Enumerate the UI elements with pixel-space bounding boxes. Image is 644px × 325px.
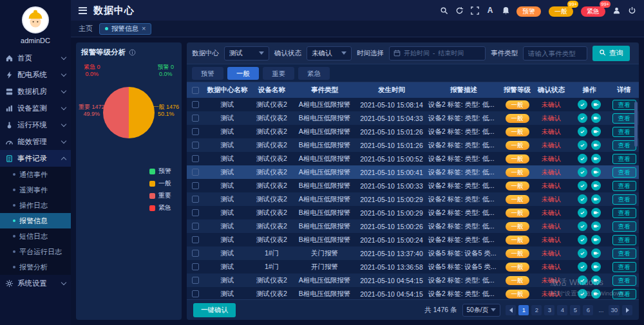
menu-toggle-icon[interactable]: [79, 7, 87, 14]
table-row[interactable]: 测试测试仪表2B相电压低限报警2021-05-10 15:00:24设备2 标签…: [187, 233, 639, 246]
fullscreen-icon[interactable]: [470, 6, 479, 15]
warning-alarm-badge[interactable]: 预警: [516, 5, 541, 17]
row-checkbox[interactable]: [192, 196, 199, 203]
sidebar-item-communication-events[interactable]: 通信事件: [0, 167, 71, 182]
page-4[interactable]: 4: [557, 305, 567, 315]
sidebar-item-platform-run-log[interactable]: 平台运行日志: [0, 244, 71, 259]
row-checkbox[interactable]: [192, 263, 199, 270]
sidebar-item-power-distribution[interactable]: 配电系统: [0, 66, 71, 83]
sidebar-item-system-settings[interactable]: 系统设置: [0, 275, 71, 292]
camera-icon-button[interactable]: [591, 100, 601, 109]
row-checkbox[interactable]: [192, 223, 199, 230]
view-button[interactable]: 查看: [612, 140, 636, 151]
table-row[interactable]: 测试测试仪表2B相电压低限报警2021-05-10 15:01:26设备2 标签…: [187, 138, 639, 152]
view-button[interactable]: 查看: [612, 100, 636, 110]
table-row[interactable]: 测试1#门开门报警2021-05-10 13:36:58设备5 标签: 设备5 …: [187, 260, 639, 274]
sidebar-item-event-records[interactable]: 事件记录: [0, 150, 71, 167]
row-checkbox[interactable]: [192, 209, 199, 216]
font-size-icon[interactable]: A: [486, 6, 495, 15]
row-checkbox[interactable]: [192, 128, 199, 135]
refresh-icon[interactable]: [455, 6, 464, 15]
table-row[interactable]: 测试测试仪表2A相电压低限报警2021-05-10 15:00:41设备2 标签…: [187, 165, 639, 179]
row-checkbox[interactable]: [192, 277, 199, 284]
view-button[interactable]: 查看: [612, 194, 636, 205]
page-3[interactable]: 3: [544, 305, 554, 315]
row-checkbox[interactable]: [192, 115, 199, 122]
sidebar-item-alarm-analysis[interactable]: 报警分析: [0, 259, 71, 275]
table-row[interactable]: 测试1#门关门报警2021-05-10 13:37:40设备5 标签: 设备5 …: [187, 246, 639, 260]
page-1[interactable]: 1: [518, 305, 529, 315]
table-row[interactable]: 测试测试仪表2B相电压低限报警2021-05-10 15:04:33设备2 标签…: [187, 111, 639, 125]
tab-一般[interactable]: 一般: [227, 67, 259, 80]
camera-icon-button[interactable]: [591, 181, 601, 190]
table-row[interactable]: 测试测试仪表2B相电压低限报警2021-05-10 15:00:29设备2 标签…: [187, 206, 639, 219]
logout-icon[interactable]: [627, 6, 636, 15]
view-button[interactable]: 查看: [612, 275, 636, 286]
confirm-icon-button[interactable]: [578, 221, 587, 231]
camera-icon-button[interactable]: [591, 275, 601, 285]
view-button[interactable]: 查看: [612, 221, 636, 232]
row-checkbox[interactable]: [192, 236, 199, 243]
sidebar-item-home[interactable]: 首页: [0, 50, 71, 66]
select-all-checkbox[interactable]: [192, 87, 199, 94]
camera-icon-button[interactable]: [591, 140, 601, 150]
general-alarm-badge[interactable]: 一般99+: [549, 5, 573, 17]
row-checkbox[interactable]: [192, 290, 199, 297]
confirm-icon-button[interactable]: [578, 154, 587, 163]
table-row[interactable]: 测试测试仪表2A相电压低限报警2021-05-10 15:00:29设备2 标签…: [187, 192, 639, 206]
confirm-icon-button[interactable]: [578, 127, 587, 136]
row-checkbox[interactable]: [192, 142, 199, 149]
confirm-icon-button[interactable]: [578, 262, 587, 272]
breadcrumb-home[interactable]: 主页: [79, 24, 93, 33]
page-5[interactable]: 5: [570, 305, 580, 315]
camera-icon-button[interactable]: [591, 127, 601, 136]
view-button[interactable]: 查看: [612, 235, 636, 245]
camera-icon-button[interactable]: [591, 113, 601, 123]
confirm-all-button[interactable]: 一键确认: [193, 303, 236, 317]
confirm-icon-button[interactable]: [578, 275, 587, 285]
table-row[interactable]: 测试测试仪表2B相电压低限报警2021-05-10 04:54:15设备2 标签…: [187, 287, 639, 299]
row-checkbox[interactable]: [192, 155, 199, 162]
sidebar-item-telemetry-events[interactable]: 遥测事件: [0, 182, 71, 198]
camera-icon-button[interactable]: [591, 235, 601, 245]
page-size-select[interactable]: 50条/页: [462, 304, 501, 317]
confirm-icon-button[interactable]: [578, 248, 587, 258]
table-row[interactable]: 测试测试仪表2B相电压低限报警2021-05-10 15:00:33设备2 标签…: [187, 179, 639, 192]
sidebar-item-data-room[interactable]: 数据机房: [0, 83, 71, 100]
tab-预警[interactable]: 预警: [192, 67, 223, 80]
sidebar-item-equipment-monitor[interactable]: 设备监测: [0, 100, 71, 116]
camera-icon-button[interactable]: [591, 289, 601, 299]
confirm-icon-button[interactable]: [578, 100, 587, 109]
user-icon[interactable]: [612, 6, 621, 15]
event-type-input[interactable]: [523, 46, 587, 60]
page-30[interactable]: 30: [609, 305, 620, 315]
page-6[interactable]: 6: [583, 305, 593, 315]
sidebar-item-energy[interactable]: 能效管理: [0, 133, 71, 150]
search-button[interactable]: 查询: [592, 46, 630, 61]
breadcrumb-chip[interactable]: 报警信息 ×: [99, 23, 151, 35]
view-button[interactable]: 查看: [612, 248, 636, 259]
tab-紧急[interactable]: 紧急: [298, 67, 330, 80]
confirm-icon-button[interactable]: [578, 208, 587, 218]
row-checkbox[interactable]: [192, 182, 199, 189]
view-button[interactable]: 查看: [612, 154, 636, 164]
view-button[interactable]: 查看: [612, 127, 636, 137]
prev-page-button[interactable]: [506, 305, 516, 315]
confirm-status-select[interactable]: 未确认: [307, 46, 352, 60]
confirm-icon-button[interactable]: [578, 235, 587, 245]
confirm-icon-button[interactable]: [578, 181, 587, 190]
row-checkbox[interactable]: [192, 169, 199, 176]
view-button[interactable]: 查看: [612, 208, 636, 218]
view-button[interactable]: 查看: [612, 289, 636, 299]
datacenter-select[interactable]: 测试: [224, 46, 269, 60]
row-checkbox[interactable]: [192, 101, 199, 108]
confirm-icon-button[interactable]: [578, 140, 587, 150]
camera-icon-button[interactable]: [591, 262, 601, 272]
search-icon[interactable]: [439, 6, 448, 15]
confirm-icon-button[interactable]: [578, 289, 587, 299]
bell-icon[interactable]: [501, 6, 510, 15]
table-row[interactable]: 测试测试仪表2A相电压低限报警2021-05-10 15:00:52设备2 标签…: [187, 152, 639, 165]
sidebar-item-sms-log[interactable]: 短信日志: [0, 228, 71, 244]
table-row[interactable]: 测试测试仪表2B相电压低限报警2021-05-10 15:00:26设备2 标签…: [187, 219, 639, 233]
camera-icon-button[interactable]: [591, 167, 601, 177]
